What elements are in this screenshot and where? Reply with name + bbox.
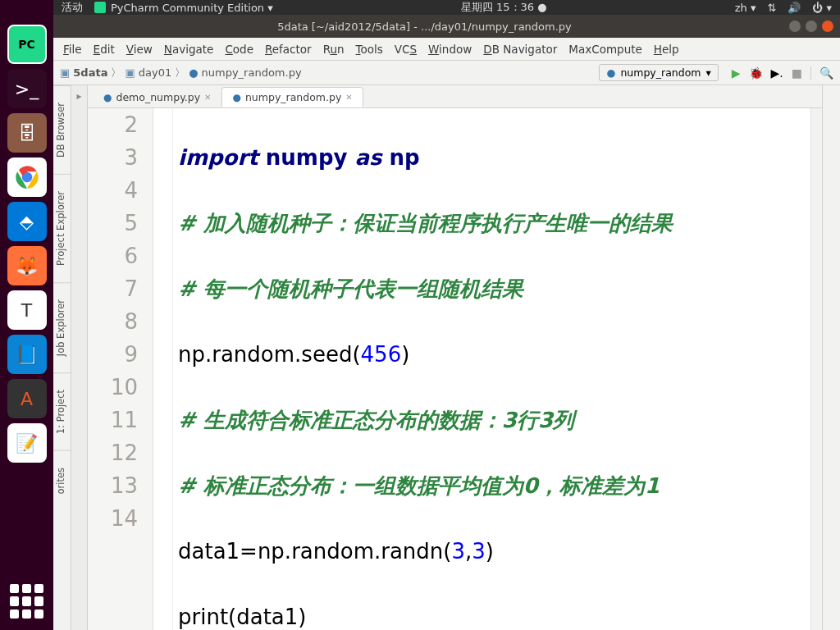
right-tool-tabs (822, 85, 840, 630)
menu-navigate[interactable]: Navigate (164, 43, 214, 56)
window-minimize-icon[interactable] (789, 21, 801, 32)
launcher-files-icon[interactable]: 🗄 (7, 113, 47, 153)
folder-icon: ▣ (60, 66, 70, 79)
menubar: File Edit View Navigate Code Refactor Ru… (53, 38, 840, 61)
python-file-icon: ● (103, 92, 112, 103)
launcher-updater-icon[interactable]: A (7, 379, 47, 418)
pycharm-small-icon (94, 2, 106, 13)
menu-window[interactable]: Window (428, 43, 472, 56)
launcher-dictionary-icon[interactable]: 📘 (7, 335, 47, 374)
power-icon[interactable]: ⏻ ▾ (812, 2, 832, 14)
menu-help[interactable]: Help (654, 43, 679, 56)
topbar-app-menu[interactable]: PyCharm Community Edition ▾ (94, 2, 273, 14)
search-icon[interactable]: 🔍 (819, 66, 833, 80)
gnome-topbar: 活动 PyCharm Community Edition ▾ 星期四 15：36… (53, 0, 840, 15)
python-file-icon: ● (189, 66, 198, 79)
menu-view[interactable]: View (126, 43, 153, 56)
side-tab-project[interactable]: 1: Project (53, 372, 71, 450)
tab-demo-numpy[interactable]: ● demo_numpy.py ✕ (93, 87, 221, 107)
pycharm-window: 5data [~/aid2012/5data] - .../day01/nump… (53, 15, 840, 630)
folder-icon: ▣ (125, 66, 135, 79)
launcher-vscode-icon[interactable]: ⬘ (7, 202, 47, 241)
menu-maxcompute[interactable]: MaxCompute (568, 43, 641, 56)
tab-label: numpy_random.py (245, 91, 341, 103)
menu-code[interactable]: Code (225, 43, 253, 56)
tab-numpy-random[interactable]: ● numpy_random.py ✕ (221, 87, 363, 107)
editor-tabs: ● demo_numpy.py ✕ ● numpy_random.py ✕ (88, 85, 822, 108)
chevron-down-icon: ▾ (705, 66, 710, 79)
launcher-apps-grid-icon[interactable] (10, 584, 44, 619)
close-icon[interactable]: ✕ (345, 93, 352, 102)
launcher-firefox-icon[interactable]: 🦊 (7, 246, 47, 285)
launcher-chrome-icon[interactable] (7, 158, 47, 197)
desktop-area: 活动 PyCharm Community Edition ▾ 星期四 15：36… (53, 0, 840, 630)
tab-label: demo_numpy.py (116, 91, 200, 103)
crumb-file: numpy_random.py (202, 66, 302, 79)
stop-button-icon[interactable]: ■ (792, 66, 802, 80)
activities-button[interactable]: 活动 (62, 0, 83, 15)
run-button-icon[interactable]: ▶ (732, 66, 741, 80)
side-tab-favorites[interactable]: orites (53, 450, 71, 511)
editor-area: DB Browser Project Explorer Job Explorer… (53, 85, 840, 630)
left-tool-tabs: DB Browser Project Explorer Job Explorer… (53, 85, 71, 630)
project-panel-collapsed[interactable]: ▸ (71, 85, 88, 630)
volume-icon[interactable]: 🔊 (788, 2, 801, 14)
python-file-icon: ● (232, 92, 240, 103)
menu-vcs[interactable]: VCS (395, 43, 417, 56)
network-icon[interactable]: ⇅ (767, 2, 776, 14)
debug-button-icon[interactable]: 🐞 (749, 66, 763, 80)
topbar-clock[interactable]: 星期四 15：36 ● (461, 0, 547, 15)
run-config-selector[interactable]: ● numpy_random ▾ (599, 64, 718, 81)
code-editor[interactable]: 2 3 4 5 6 7 8 9 10 11 12 13 14 (88, 108, 822, 630)
run-more-icon[interactable]: ▶. (771, 66, 783, 80)
breadcrumb[interactable]: ▣ 5data 〉 ▣ day01 〉 ● numpy_random.py (60, 66, 302, 80)
launcher-terminal-icon[interactable]: >_ (7, 69, 47, 108)
window-titlebar[interactable]: 5data [~/aid2012/5data] - .../day01/nump… (53, 15, 840, 38)
side-tab-db-browser[interactable]: DB Browser (53, 85, 71, 174)
window-maximize-icon[interactable] (806, 21, 817, 32)
crumb-root: 5data (73, 66, 107, 79)
topbar-lang[interactable]: zh ▾ (735, 2, 756, 14)
menu-tools[interactable]: Tools (356, 43, 383, 56)
error-stripe (810, 108, 822, 630)
launcher-pycharm-icon[interactable]: PC (7, 25, 47, 64)
run-config-name: numpy_random (620, 66, 701, 79)
menu-run[interactable]: Run (323, 43, 345, 56)
fold-column (153, 108, 173, 630)
menu-file[interactable]: File (63, 43, 82, 56)
code-content[interactable]: import numpy as np # 加入随机种子：保证当前程序执行产生唯一… (173, 108, 810, 630)
crumb-folder: day01 (139, 66, 171, 79)
navigation-bar: ▣ 5data 〉 ▣ day01 〉 ● numpy_random.py ● … (53, 61, 840, 85)
launcher-texteditor-icon[interactable]: T (7, 290, 47, 330)
python-file-icon: ● (606, 66, 615, 79)
side-tab-project-explorer[interactable]: Project Explorer (53, 174, 71, 282)
menu-refactor[interactable]: Refactor (265, 43, 312, 56)
menu-db[interactable]: DB Navigator (483, 43, 557, 56)
launcher-notes-icon[interactable]: 📝 (7, 423, 47, 463)
window-close-icon[interactable] (822, 21, 833, 32)
line-number-gutter: 2 3 4 5 6 7 8 9 10 11 12 13 14 (88, 108, 153, 630)
topbar-app-name: PyCharm Community Edition ▾ (111, 2, 273, 14)
menu-edit[interactable]: Edit (94, 43, 115, 56)
window-title: 5data [~/aid2012/5data] - .../day01/nump… (60, 21, 789, 33)
close-icon[interactable]: ✕ (204, 93, 211, 102)
side-tab-job-explorer[interactable]: Job Explorer (53, 282, 71, 372)
code-wrap: ● demo_numpy.py ✕ ● numpy_random.py ✕ 2 … (88, 85, 822, 630)
ubuntu-launcher: PC >_ 🗄 ⬘ 🦊 T 📘 A 📝 (0, 0, 53, 630)
